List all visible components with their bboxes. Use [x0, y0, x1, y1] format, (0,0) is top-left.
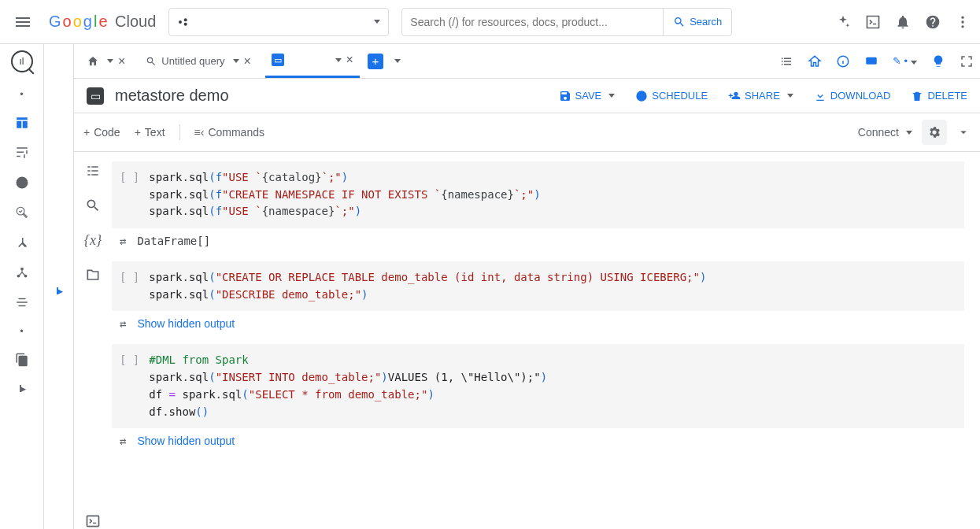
download-button[interactable]: DOWNLOAD: [814, 90, 891, 102]
chevron-down-icon[interactable]: [233, 59, 239, 63]
cell-prompt: [ ]: [120, 352, 139, 420]
project-icon: [177, 16, 190, 28]
sparkle-icon[interactable]: [835, 14, 851, 30]
titlebar: ▭ metastore demo SAVE SCHEDULE SHARE: [74, 79, 980, 113]
home-outline-icon[interactable]: [808, 54, 822, 68]
product-iconbar: • • I▸: [0, 44, 44, 529]
commands-button[interactable]: ≡‹ Commands: [194, 126, 264, 139]
add-code-button[interactable]: + Code: [83, 126, 120, 139]
terminal-icon[interactable]: [85, 513, 101, 529]
chevron-down-icon[interactable]: [787, 94, 793, 98]
sliders-icon[interactable]: [15, 146, 29, 160]
table-icon[interactable]: [15, 116, 29, 130]
fullscreen-icon[interactable]: [960, 54, 974, 68]
code-cell[interactable]: [ ] #DML from Spark spark.sql("INSERT IN…: [112, 344, 964, 453]
add-tab-menu-icon[interactable]: [394, 59, 401, 63]
svg-rect-11: [87, 516, 99, 526]
add-tab-button[interactable]: +: [368, 54, 383, 69]
person-add-icon: [728, 90, 741, 102]
search-icon[interactable]: [85, 198, 101, 213]
help-icon[interactable]: [925, 14, 941, 30]
chevron-down-icon[interactable]: [956, 125, 971, 139]
info-icon[interactable]: [836, 54, 850, 68]
trash-icon: [911, 90, 923, 102]
show-hidden-output-link[interactable]: Show hidden output: [137, 435, 235, 447]
notebook-badge-icon: ▭: [87, 87, 104, 105]
code-cell[interactable]: [ ] spark.sql("CREATE OR REPLACE TABLE d…: [112, 261, 964, 336]
schedule-button[interactable]: SCHEDULE: [635, 90, 708, 102]
bigquery-logo[interactable]: [11, 50, 33, 72]
code-cell[interactable]: [ ] spark.sql(f"USE `{catalog}`;") spark…: [112, 161, 964, 253]
magic-wand-icon[interactable]: ✎ •: [893, 55, 917, 67]
cloud-shell-icon[interactable]: [865, 14, 881, 30]
close-icon[interactable]: ×: [118, 54, 125, 68]
bulb-icon[interactable]: [931, 54, 945, 68]
cell-output: ⇄ Show hidden output: [112, 311, 964, 336]
svg-rect-10: [866, 57, 877, 64]
save-label: SAVE: [575, 90, 602, 102]
align-icon[interactable]: [15, 295, 29, 309]
divider: [179, 124, 180, 140]
output-toggle-icon[interactable]: ⇄: [120, 435, 126, 447]
svg-point-3: [961, 16, 963, 18]
notebook-toolbar: + Code + Text ≡‹ Commands Connect: [74, 113, 980, 152]
add-text-button[interactable]: + Text: [135, 126, 165, 139]
cell-prompt: [ ]: [120, 269, 139, 303]
cell-output: ⇄ Show hidden output: [112, 428, 964, 453]
code-content[interactable]: spark.sql("CREATE OR REPLACE TABLE demo_…: [149, 269, 706, 303]
dot2-icon[interactable]: •: [20, 325, 24, 337]
project-picker[interactable]: [168, 8, 389, 36]
close-icon[interactable]: ×: [346, 53, 353, 67]
search-icon: [146, 56, 157, 67]
more-vert-icon[interactable]: [955, 14, 971, 30]
search-button[interactable]: Search: [663, 9, 731, 35]
code-content[interactable]: #DML from Spark spark.sql("INSERT INTO d…: [149, 352, 547, 420]
tab-home[interactable]: ×: [80, 44, 131, 78]
list-icon[interactable]: [779, 54, 793, 68]
output-text: DataFrame[]: [137, 235, 210, 247]
settings-button[interactable]: [922, 120, 947, 145]
toc-icon[interactable]: [85, 163, 101, 179]
output-toggle-icon[interactable]: ⇄: [120, 235, 126, 247]
tab-strip: × Untitled query × ▭ × + ✎ •: [74, 44, 980, 79]
tab-untitled-query[interactable]: Untitled query ×: [139, 44, 257, 78]
header-icon-row: [835, 14, 971, 30]
show-hidden-output-link[interactable]: Show hidden output: [137, 317, 235, 330]
chevron-down-icon: [906, 131, 912, 135]
save-button[interactable]: SAVE: [559, 90, 616, 102]
output-toggle-icon[interactable]: ⇄: [120, 317, 126, 330]
google-cloud-logo[interactable]: Google Cloud: [49, 13, 156, 31]
chevron-down-icon[interactable]: [335, 58, 342, 62]
svg-point-4: [961, 20, 963, 23]
merge-icon[interactable]: [15, 235, 29, 250]
collapse-bottom-icon[interactable]: I▸: [19, 383, 24, 394]
chevron-down-icon[interactable]: [608, 94, 615, 98]
chevron-down-icon: [374, 20, 380, 24]
gear-icon: [927, 125, 941, 139]
share-button[interactable]: SHARE: [728, 90, 793, 102]
menu-icon[interactable]: [9, 11, 36, 33]
bell-icon[interactable]: [895, 14, 911, 30]
search-button-label: Search: [690, 16, 722, 28]
download-label: DOWNLOAD: [830, 90, 891, 102]
connect-button[interactable]: Connect: [858, 126, 912, 139]
copy-icon[interactable]: [15, 353, 29, 367]
svg-point-2: [184, 22, 187, 25]
clock-icon[interactable]: [15, 176, 29, 190]
code-content[interactable]: spark.sql(f"USE `{catalog}`;") spark.sql…: [149, 169, 540, 220]
delete-button[interactable]: DELETE: [911, 90, 967, 102]
cast-icon[interactable]: [864, 54, 878, 68]
variables-icon[interactable]: {x}: [84, 232, 102, 249]
search-cancel-icon[interactable]: [15, 205, 29, 220]
share-nodes-icon[interactable]: [15, 265, 29, 279]
explorer-collapse-handle[interactable]: I▸: [44, 44, 74, 529]
dot-icon[interactable]: •: [20, 88, 24, 100]
download-icon: [814, 90, 827, 102]
folder-icon[interactable]: [85, 268, 101, 283]
tab-notebook[interactable]: ▭ ×: [265, 44, 360, 78]
page-title: metastore demo: [115, 87, 229, 105]
close-icon[interactable]: ×: [244, 54, 251, 68]
notebook-icon: ▭: [272, 54, 284, 66]
chevron-down-icon[interactable]: [107, 59, 113, 63]
search-input[interactable]: [402, 16, 663, 28]
